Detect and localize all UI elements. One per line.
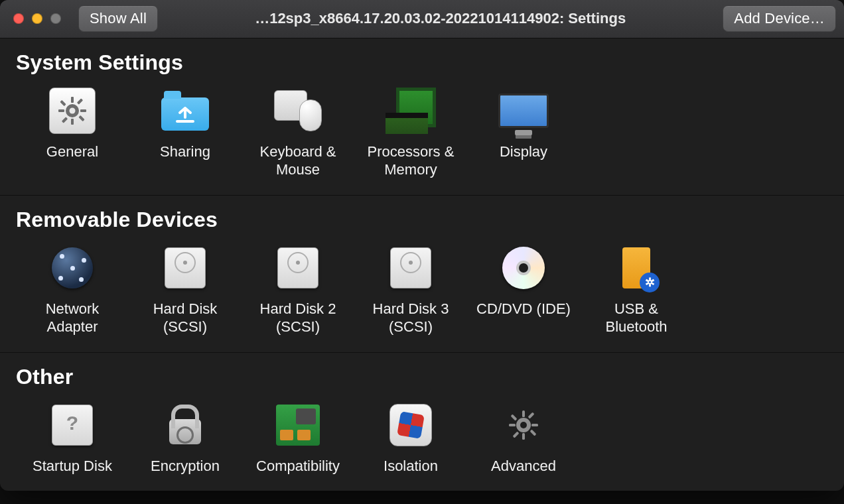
hard-disk-2-item[interactable]: Hard Disk 2 (SCSI) — [242, 237, 354, 336]
svg-rect-17 — [530, 429, 537, 436]
hard-disk-icon — [273, 243, 323, 293]
svg-rect-19 — [513, 431, 520, 438]
optical-disc-icon — [498, 243, 549, 293]
zoom-window-button[interactable] — [50, 13, 61, 24]
svg-rect-18 — [528, 412, 535, 418]
cd-dvd-label: CD/DVD (IDE) — [476, 300, 571, 318]
removable-devices-section: Removable Devices Network Adapter Hard D… — [0, 196, 844, 353]
keyboard-mouse-label: Keyboard & Mouse — [245, 143, 351, 179]
advanced-item[interactable]: Advanced — [467, 395, 580, 475]
display-item[interactable]: Display — [467, 80, 580, 179]
usb-bluetooth-item[interactable]: ✲ USB & Bluetooth — [580, 237, 693, 336]
startup-disk-label: Startup Disk — [33, 457, 112, 475]
keyboard-mouse-icon — [273, 86, 323, 136]
hard-disk-2-label: Hard Disk 2 (SCSI) — [245, 300, 351, 336]
display-icon — [498, 86, 549, 136]
hard-disk-3-item[interactable]: Hard Disk 3 (SCSI) — [354, 237, 467, 336]
isolation-icon — [386, 400, 436, 450]
removable-devices-heading: Removable Devices — [16, 208, 828, 232]
close-window-button[interactable] — [13, 13, 24, 24]
system-settings-heading: System Settings — [16, 50, 828, 75]
shared-folder-icon — [160, 86, 210, 136]
svg-rect-7 — [77, 98, 83, 104]
encryption-label: Encryption — [151, 457, 220, 475]
svg-rect-15 — [531, 424, 538, 426]
network-adapter-label: Network Adapter — [19, 300, 125, 336]
startup-disk-item[interactable]: Startup Disk — [16, 395, 129, 475]
other-section: Other Startup Disk Encryption Compatibil… — [0, 353, 844, 491]
cpu-memory-icon — [386, 86, 436, 136]
gear-icon — [498, 400, 549, 450]
hard-disk-icon — [386, 243, 436, 293]
display-label: Display — [500, 143, 547, 161]
lock-icon — [160, 400, 210, 450]
keyboard-mouse-item[interactable]: Keyboard & Mouse — [242, 80, 354, 179]
system-settings-grid: General Sharing Keyboard & Mo — [16, 80, 828, 179]
usb-bluetooth-label: USB & Bluetooth — [583, 300, 689, 336]
svg-rect-2 — [71, 119, 74, 125]
svg-rect-6 — [78, 115, 84, 121]
hard-disk-1-item[interactable]: Hard Disk (SCSI) — [129, 237, 242, 336]
removable-devices-grid: Network Adapter Hard Disk (SCSI) Hard Di… — [16, 237, 828, 336]
hard-disk-3-label: Hard Disk 3 (SCSI) — [358, 300, 464, 336]
network-globe-icon — [47, 243, 98, 293]
startup-disk-icon — [47, 400, 98, 450]
svg-point-20 — [520, 422, 527, 428]
show-all-button[interactable]: Show All — [78, 5, 158, 32]
svg-point-9 — [70, 107, 76, 113]
svg-rect-1 — [71, 97, 74, 103]
usb-bluetooth-icon: ✲ — [611, 243, 662, 293]
svg-rect-14 — [509, 424, 516, 426]
processors-memory-label: Processors & Memory — [358, 143, 464, 179]
system-settings-section: System Settings — [0, 38, 844, 196]
titlebar: Show All …12sp3_x8664.17.20.03.02-202210… — [0, 0, 844, 38]
cd-dvd-item[interactable]: CD/DVD (IDE) — [467, 237, 580, 336]
processors-memory-item[interactable]: Processors & Memory — [354, 80, 467, 179]
svg-rect-16 — [511, 414, 518, 420]
settings-window: Show All …12sp3_x8664.17.20.03.02-202210… — [0, 0, 844, 491]
isolation-item[interactable]: Isolation — [354, 395, 467, 475]
svg-rect-4 — [80, 109, 86, 112]
general-label: General — [46, 143, 98, 161]
advanced-label: Advanced — [491, 457, 556, 475]
compatibility-item[interactable]: Compatibility — [242, 395, 354, 475]
sharing-item[interactable]: Sharing — [129, 80, 242, 179]
encryption-item[interactable]: Encryption — [129, 395, 242, 475]
svg-rect-5 — [60, 99, 66, 105]
sharing-label: Sharing — [160, 143, 210, 161]
circuit-board-icon — [273, 400, 323, 450]
svg-rect-12 — [522, 410, 525, 417]
window-title: …12sp3_x8664.17.20.03.02-20221014114902:… — [167, 10, 713, 27]
other-heading: Other — [16, 365, 828, 389]
svg-rect-10 — [176, 120, 194, 123]
svg-rect-13 — [522, 433, 525, 440]
network-adapter-item[interactable]: Network Adapter — [16, 237, 129, 336]
compatibility-label: Compatibility — [256, 457, 340, 475]
svg-rect-3 — [58, 109, 64, 112]
hard-disk-1-label: Hard Disk (SCSI) — [132, 300, 238, 336]
minimize-window-button[interactable] — [32, 13, 42, 24]
svg-rect-8 — [62, 117, 68, 123]
gear-icon — [47, 86, 98, 136]
isolation-label: Isolation — [384, 457, 438, 475]
add-device-button[interactable]: Add Device… — [723, 5, 836, 32]
general-item[interactable]: General — [16, 80, 129, 179]
hard-disk-icon — [160, 243, 210, 293]
window-controls — [13, 13, 61, 24]
other-grid: Startup Disk Encryption Compatibility Is… — [16, 395, 828, 475]
